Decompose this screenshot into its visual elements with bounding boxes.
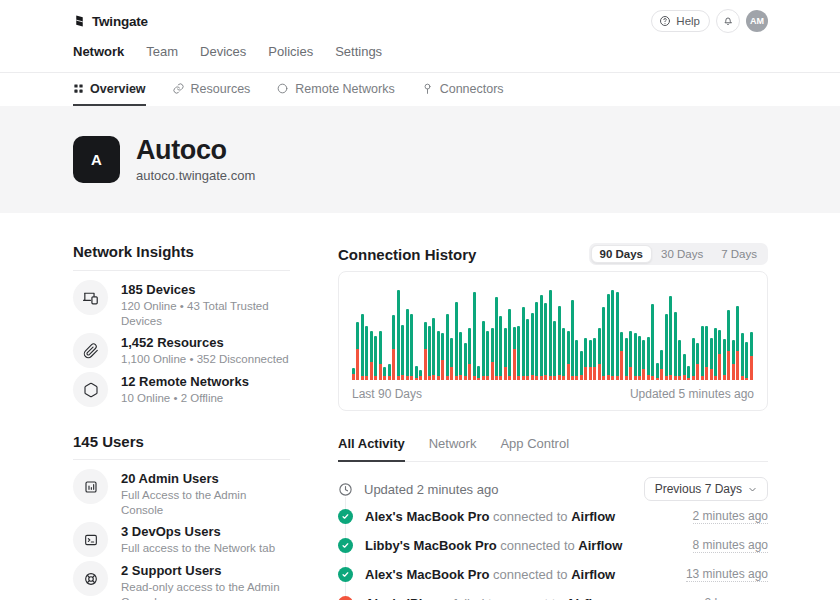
chart-bar-day-1[interactable] [352,368,355,380]
chart-bar-day-2[interactable] [356,322,359,380]
chart-bar-day-74[interactable] [678,340,681,380]
insight-item-12-remote-networks[interactable]: 12 Remote Networks10 Online • 2 Offline [73,372,290,407]
chart-bar-day-43[interactable] [540,295,543,380]
subnav-item-overview[interactable]: Overview [73,73,146,106]
range-button-7-days[interactable]: 7 Days [712,245,766,263]
chart-bar-day-68[interactable] [651,304,654,380]
chart-bar-day-48[interactable] [562,328,565,380]
chart-bar-day-51[interactable] [575,340,578,380]
nav-item-policies[interactable]: Policies [268,44,313,59]
chart-bar-day-12[interactable] [401,325,404,380]
chart-bar-day-61[interactable] [620,332,623,380]
chart-bar-day-81[interactable] [710,338,713,380]
chart-bar-day-20[interactable] [437,331,440,380]
chart-bar-day-49[interactable] [567,331,570,380]
chart-bar-day-77[interactable] [692,338,695,380]
chart-bar-day-4[interactable] [365,326,368,380]
chart-bar-day-33[interactable] [495,297,498,380]
user-item-2-support-users[interactable]: 2 Support UsersRead-only access to the A… [73,561,290,600]
chart-bar-day-38[interactable] [517,326,520,380]
insight-item-1-452-resources[interactable]: 1,452 Resources1,100 Online • 352 Discon… [73,333,290,368]
chart-bar-day-86[interactable] [732,340,735,380]
chart-bar-day-62[interactable] [625,338,628,380]
user-item-3-devops-users[interactable]: 3 DevOps UsersFull access to the Network… [73,522,290,557]
chart-bar-day-27[interactable] [468,328,471,380]
chart-bar-day-64[interactable] [634,333,637,380]
nav-item-team[interactable]: Team [146,44,178,59]
chart-bar-day-15[interactable] [415,366,418,380]
chart-bar-day-60[interactable] [616,292,619,380]
tab-all-activity[interactable]: All Activity [338,436,405,462]
chart-bar-day-14[interactable] [410,314,413,380]
chart-bar-day-71[interactable] [665,314,668,380]
chart-bar-day-23[interactable] [450,338,453,380]
previous-range-dropdown[interactable]: Previous 7 Days [644,477,768,501]
chart-bar-day-29[interactable] [477,366,480,380]
insight-item-185-devices[interactable]: 185 Devices120 Online • 43 Total Trusted… [73,280,290,329]
chart-bar-day-9[interactable] [388,364,391,380]
activity-row[interactable]: Libby's MacBook Pro connected to Airflow… [338,531,768,560]
chart-bar-day-6[interactable] [374,336,377,380]
chart-bar-day-46[interactable] [553,321,556,380]
subnav-item-resources[interactable]: Resources [172,73,251,106]
chart-bar-day-36[interactable] [508,309,511,380]
twingate-brand[interactable]: Twingate [73,14,148,29]
chart-bar-day-11[interactable] [397,290,400,380]
chart-bar-day-37[interactable] [513,327,516,380]
chart-bar-day-47[interactable] [558,306,561,380]
chart-bar-day-72[interactable] [669,296,672,380]
chart-bar-day-42[interactable] [535,302,538,380]
chart-bar-day-17[interactable] [424,322,427,380]
activity-row[interactable]: Alex's MacBook Pro connected to Airflow2… [338,502,768,531]
chart-bar-day-79[interactable] [701,326,704,380]
chart-bar-day-34[interactable] [499,316,502,380]
chart-bar-day-18[interactable] [428,326,431,380]
chart-bar-day-22[interactable] [446,314,449,380]
chart-bar-day-75[interactable] [683,354,686,380]
chart-bar-day-30[interactable] [482,321,485,380]
chart-bar-day-13[interactable] [406,309,409,380]
avatar[interactable]: AM [746,10,768,32]
chart-bar-day-67[interactable] [647,337,650,380]
chart-bar-day-50[interactable] [571,300,574,380]
range-button-90-days[interactable]: 90 Days [591,245,652,263]
chart-bar-day-31[interactable] [486,331,489,380]
chart-bar-day-88[interactable] [741,333,744,380]
chart-bar-day-45[interactable] [549,290,552,380]
chart-bar-day-40[interactable] [526,319,529,380]
subnav-item-connectors[interactable]: Connectors [421,73,504,106]
chart-bar-day-32[interactable] [491,328,494,380]
activity-row[interactable]: Alex's MacBook Pro connected to Airflow1… [338,560,768,589]
chart-bar-day-82[interactable] [714,328,717,380]
activity-row[interactable]: Alex's iPhone failed to connect to Airfl… [338,589,768,600]
chart-bar-day-8[interactable] [383,367,386,380]
chart-bar-day-26[interactable] [464,343,467,380]
chart-bar-day-58[interactable] [607,294,610,380]
chart-bar-day-59[interactable] [611,290,614,380]
nav-item-settings[interactable]: Settings [335,44,382,59]
chart-bar-day-84[interactable] [723,339,726,380]
chart-bar-day-5[interactable] [370,331,373,380]
chart-bar-day-44[interactable] [544,303,547,380]
chart-bar-day-53[interactable] [584,338,587,380]
chart-bar-day-41[interactable] [531,313,534,380]
chart-bar-day-73[interactable] [674,312,677,380]
chart-bar-day-25[interactable] [459,332,462,380]
chart-bar-day-16[interactable] [419,370,422,380]
chart-bar-day-10[interactable] [392,315,395,380]
chart-bar-day-87[interactable] [736,306,739,380]
chart-bar-day-70[interactable] [660,350,663,380]
tab-network[interactable]: Network [429,436,477,462]
subnav-item-remote-networks[interactable]: Remote Networks [276,73,394,106]
chart-bar-day-69[interactable] [656,363,659,380]
chart-bar-day-89[interactable] [745,342,748,380]
chart-bar-day-28[interactable] [473,292,476,380]
chart-bar-day-24[interactable] [455,302,458,380]
nav-item-network[interactable]: Network [73,44,124,59]
chart-bar-day-90[interactable] [750,332,753,380]
chart-bar-day-66[interactable] [642,340,645,380]
chart-bar-day-35[interactable] [504,328,507,380]
chart-bar-day-54[interactable] [589,340,592,380]
chart-bar-day-39[interactable] [522,307,525,380]
chart-bar-day-21[interactable] [441,333,444,380]
